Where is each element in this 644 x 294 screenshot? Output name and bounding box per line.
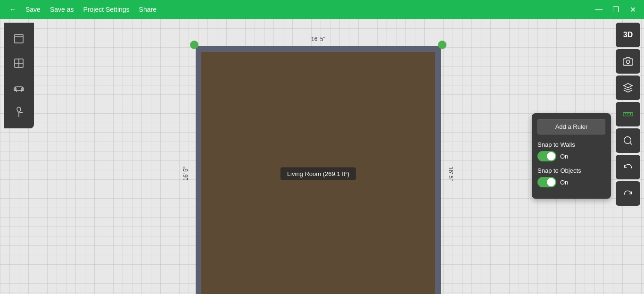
snap-walls-status: On [560, 153, 568, 160]
share-button[interactable]: Share [135, 4, 160, 15]
window-controls: — ❐ ✕ [591, 0, 640, 19]
snap-objects-toggle[interactable] [537, 177, 556, 187]
snap-walls-label: Snap to Walls [537, 141, 605, 148]
dim-right: 16' 5" [447, 167, 454, 181]
minimize-button[interactable]: — [591, 2, 606, 17]
right-toolbar: 3D [616, 23, 640, 206]
svg-point-10 [626, 60, 629, 63]
snap-walls-toggle[interactable] [537, 151, 556, 161]
room-walls [196, 46, 441, 294]
snap-panel: Add a Ruler Snap to Walls On Snap to Obj… [532, 113, 611, 199]
walls-tool[interactable] [8, 28, 29, 49]
left-toolbar [4, 23, 34, 128]
view-3d-button[interactable]: 3D [616, 23, 640, 47]
windows-tool[interactable] [8, 53, 29, 74]
dim-left: 16' 5" [182, 167, 189, 181]
canvas-area[interactable]: 16' 5" 16' 5" 16' 5" 16' 5" Living Room … [0, 19, 644, 294]
close-button[interactable]: ✕ [625, 2, 640, 17]
dim-top: 16' 5" [311, 36, 325, 42]
snap-objects-toggle-row: On [537, 177, 605, 187]
search-button[interactable] [616, 128, 640, 153]
snap-objects-row: Snap to Objects On [537, 167, 605, 187]
camera-button[interactable] [616, 49, 640, 74]
maximize-button[interactable]: ❐ [608, 2, 623, 17]
titlebar: ← Save Save as Project Settings Share — … [0, 0, 644, 19]
snap-walls-row: Snap to Walls On [537, 141, 605, 161]
saveas-button[interactable]: Save as [46, 4, 78, 15]
add-ruler-button[interactable]: Add a Ruler [537, 119, 605, 134]
svg-line-18 [630, 143, 632, 144]
ruler-button[interactable] [616, 102, 640, 126]
svg-rect-12 [623, 112, 633, 116]
plants-tool[interactable] [8, 102, 29, 123]
redo-button[interactable] [616, 181, 640, 206]
main-area: 16' 5" 16' 5" 16' 5" 16' 5" Living Room … [0, 19, 644, 294]
room-container[interactable]: 16' 5" 16' 5" 16' 5" 16' 5" Living Room … [196, 46, 441, 294]
snap-walls-toggle-row: On [537, 151, 605, 161]
snap-objects-label: Snap to Objects [537, 167, 605, 174]
project-settings-button[interactable]: Project Settings [80, 4, 133, 15]
furniture-tool[interactable] [8, 77, 29, 98]
svg-marker-11 [624, 84, 632, 88]
layers-button[interactable] [616, 76, 640, 100]
svg-point-17 [624, 137, 631, 144]
svg-rect-0 [15, 34, 23, 43]
snap-objects-status: On [560, 179, 568, 186]
corner-handle-tl[interactable] [190, 41, 198, 49]
corner-handle-tr[interactable] [438, 41, 446, 49]
undo-button[interactable] [616, 155, 640, 179]
save-button[interactable]: Save [22, 4, 44, 15]
room: Living Room (269.1 ft²) [196, 46, 441, 294]
back-button[interactable]: ← [6, 4, 20, 15]
